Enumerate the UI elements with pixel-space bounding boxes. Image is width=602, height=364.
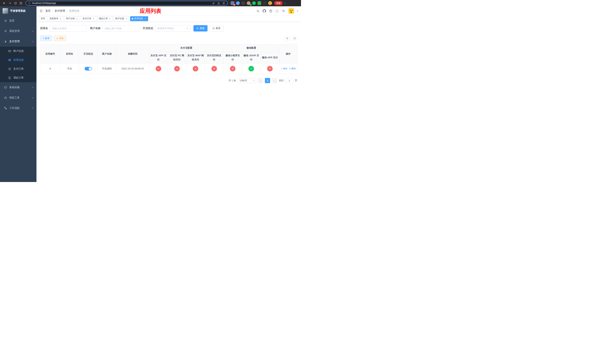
extension-icon[interactable] <box>252 1 256 5</box>
sidebar-subitem-merchant[interactable]: 商户信息 <box>0 47 36 55</box>
bookmark-star-icon[interactable] <box>222 2 225 5</box>
fullscreen-icon[interactable] <box>275 10 279 13</box>
hamburger-icon[interactable] <box>39 9 43 13</box>
browser-menu-icon[interactable] <box>283 2 287 5</box>
site-info-icon[interactable] <box>28 2 31 4</box>
tab-app-info[interactable]: 应用信息 <box>130 16 148 21</box>
home-button[interactable] <box>19 1 23 6</box>
col-wechat-jsapi: 微信 JSAPI 支付 <box>242 52 260 64</box>
pencil-icon <box>281 68 283 70</box>
tab-label: 首页 <box>41 17 45 20</box>
sidebar-subitem-refund[interactable]: 退款订单 <box>0 73 36 82</box>
col-group-wechat: 微信配置 <box>224 44 279 52</box>
page-content: 应用名 商户名称 开启状态 请选择开启状态 搜索 重置 新增 导出 <box>36 22 301 182</box>
extension-icon[interactable] <box>241 1 245 5</box>
delete-link[interactable]: 删除 <box>289 67 296 70</box>
toggle-search-button[interactable] <box>284 36 290 41</box>
add-button[interactable]: 新增 <box>40 36 52 41</box>
tab-process-form[interactable]: 流程表单 <box>48 16 63 21</box>
sidebar-item-payment[interactable]: 支付管理 <box>0 36 36 47</box>
cell-created: 2021-10-23 08:49:25 <box>116 64 149 74</box>
col-group-alipay: 支付宝配置 <box>149 44 224 52</box>
sidebar-item-home[interactable]: 首页 <box>0 16 36 26</box>
extension-icon[interactable] <box>258 1 261 5</box>
avatar-caret-icon[interactable] <box>297 10 298 12</box>
next-page-button[interactable] <box>272 78 277 83</box>
browser-update-button[interactable]: 更新 <box>274 1 283 5</box>
tab-user-group[interactable]: 用户分组 <box>64 16 80 21</box>
extension-icon[interactable] <box>236 1 240 5</box>
search-icon[interactable] <box>256 10 259 13</box>
url-bar[interactable]: localhost:1024/pay/app <box>26 1 228 6</box>
password-key-icon[interactable] <box>212 2 215 5</box>
prev-page-button[interactable] <box>258 78 263 83</box>
merchant-name-input[interactable] <box>102 25 140 32</box>
refresh-table-button[interactable] <box>292 36 297 41</box>
wechat-mini-status-icon <box>230 66 236 72</box>
breadcrumb-separator <box>52 10 53 12</box>
app-name-label: 应用名 <box>40 27 48 30</box>
url-text: localhost:1024/pay/app <box>32 2 56 4</box>
sidebar-item-devtools[interactable]: 研发工具 <box>0 93 36 103</box>
export-button[interactable]: 导出 <box>54 36 66 41</box>
close-icon[interactable] <box>125 17 128 20</box>
page-number-button[interactable]: 1 <box>265 78 270 83</box>
chevron-down-icon <box>32 107 34 109</box>
sidebar-item-label: 商户信息 <box>13 49 24 53</box>
dashboard-icon <box>4 19 7 22</box>
close-icon[interactable] <box>76 17 78 20</box>
user-avatar[interactable] <box>288 8 294 14</box>
pagination-total: 共 1 条 <box>229 79 236 82</box>
alipay-app-status-icon <box>156 66 161 72</box>
sidebar-item-workflow[interactable]: 工作流程 <box>0 103 36 113</box>
sidebar-item-infra[interactable]: 基础设施 <box>0 82 36 93</box>
goto-page-input[interactable] <box>286 78 293 83</box>
app-name-input[interactable] <box>50 25 87 32</box>
extension-icon[interactable]: 10 <box>231 1 234 5</box>
close-icon[interactable] <box>109 17 111 20</box>
sidebar-subitem-order[interactable]: 支付订单 <box>0 64 36 73</box>
status-toggle[interactable] <box>85 67 92 71</box>
search-button[interactable]: 搜索 <box>194 25 207 32</box>
tab-pay-order[interactable]: 支付订单 <box>81 16 96 21</box>
col-alipay-pc: 支付宝 PC 网站支付 <box>168 52 186 64</box>
yen-icon <box>4 40 7 43</box>
col-merchant: 商户名称 <box>98 44 116 64</box>
forward-button[interactable] <box>7 1 12 6</box>
font-size-icon[interactable] <box>282 10 285 13</box>
extension-icon[interactable] <box>263 1 267 5</box>
payment-submenu: 商户信息 应用信息 支付订单 退款订单 <box>0 47 36 82</box>
reload-button[interactable] <box>13 1 18 6</box>
sidebar-logo-row[interactable]: 芋道管理系统 <box>0 6 36 16</box>
help-icon[interactable] <box>269 10 272 13</box>
close-icon[interactable] <box>59 17 62 20</box>
extension-icon[interactable]: 1 <box>247 1 250 5</box>
breadcrumb-payment[interactable]: 支付管理 <box>55 9 65 13</box>
extension-icon[interactable] <box>268 1 272 5</box>
tab-label: 流程表单 <box>49 17 58 20</box>
edit-link[interactable]: 修改 <box>281 67 288 70</box>
tab-refund-order[interactable]: 退款订单 <box>97 16 113 21</box>
top-navbar: 首页 支付管理 应用信息 <box>36 6 301 16</box>
sidebar-subitem-app[interactable]: 应用信息 <box>0 55 36 64</box>
cell-app-name: 芋道 <box>60 64 79 74</box>
tab-merchant-info[interactable]: 商户信息 <box>114 16 129 21</box>
reset-button[interactable]: 重置 <box>209 25 224 32</box>
close-icon[interactable] <box>144 17 146 20</box>
breadcrumb-home[interactable]: 首页 <box>45 9 51 13</box>
share-icon[interactable] <box>217 2 220 5</box>
col-wechat-app: 微信 APP 支付 <box>261 52 279 64</box>
status-select[interactable]: 请选择开启状态 <box>155 25 190 32</box>
back-button[interactable] <box>2 1 7 6</box>
status-label: 开启状态 <box>143 27 153 30</box>
sidebar: 芋道管理系统 首页 系统管理 支付管理 商户信息 应用信息 <box>0 6 36 182</box>
sidebar-item-label: 支付管理 <box>9 40 20 43</box>
page-size-select[interactable]: 10条/页 <box>238 78 256 83</box>
tab-home[interactable]: 首页 <box>39 16 47 21</box>
cell-status <box>79 64 97 74</box>
tab-label: 商户信息 <box>115 17 124 20</box>
github-icon[interactable] <box>263 9 266 13</box>
close-icon[interactable] <box>92 17 95 20</box>
sidebar-item-system[interactable]: 系统管理 <box>0 26 36 36</box>
alipay-qr-status-icon <box>211 66 217 72</box>
